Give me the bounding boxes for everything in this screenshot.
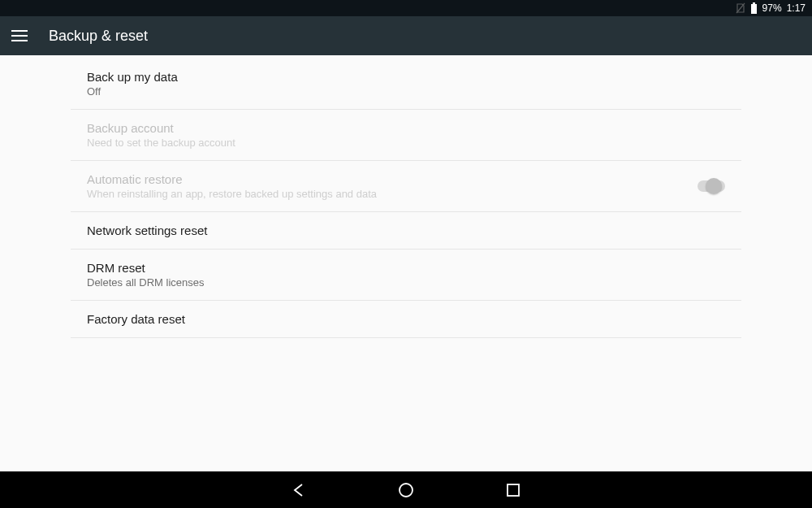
- svg-rect-5: [11, 40, 28, 41]
- svg-rect-3: [11, 30, 28, 32]
- svg-rect-4: [11, 35, 28, 37]
- row-title: DRM reset: [87, 261, 205, 275]
- svg-rect-7: [508, 484, 519, 496]
- no-sim-icon: [736, 2, 745, 14]
- battery-icon: [750, 2, 758, 14]
- row-backup-my-data[interactable]: Back up my data Off: [71, 55, 741, 110]
- svg-rect-1: [753, 2, 755, 4]
- clock: 1:17: [787, 2, 806, 14]
- row-network-settings-reset[interactable]: Network settings reset: [71, 212, 741, 250]
- row-title: Backup account: [87, 121, 235, 135]
- switch-thumb: [706, 178, 722, 194]
- row-factory-data-reset[interactable]: Factory data reset: [71, 301, 741, 338]
- row-title: Back up my data: [87, 70, 178, 84]
- navigation-bar: [0, 471, 812, 508]
- row-subtitle: Off: [87, 85, 178, 98]
- battery-percent: 97%: [762, 2, 782, 14]
- row-subtitle: Need to set the backup account: [87, 137, 235, 149]
- svg-rect-2: [751, 4, 757, 14]
- row-drm-reset[interactable]: DRM reset Deletes all DRM licenses: [71, 250, 741, 301]
- home-button[interactable]: [397, 481, 415, 499]
- page-title: Backup & reset: [49, 28, 148, 45]
- row-title: Automatic restore: [87, 172, 377, 186]
- row-subtitle: Deletes all DRM licenses: [87, 276, 205, 289]
- svg-point-6: [400, 484, 412, 497]
- status-bar: 97% 1:17: [0, 0, 812, 16]
- row-automatic-restore: Automatic restore When reinstalling an a…: [71, 161, 741, 212]
- row-title: Network settings reset: [87, 224, 207, 237]
- row-backup-account: Backup account Need to set the backup ac…: [71, 110, 741, 161]
- row-subtitle: When reinstalling an app, restore backed…: [87, 188, 377, 200]
- menu-icon[interactable]: [10, 26, 29, 46]
- settings-list-container: Back up my data Off Backup account Need …: [0, 55, 812, 471]
- back-button[interactable]: [290, 481, 308, 499]
- auto-restore-switch: [698, 180, 725, 192]
- recents-button[interactable]: [504, 481, 522, 499]
- row-title: Factory data reset: [87, 312, 185, 326]
- app-bar: Backup & reset: [0, 16, 812, 55]
